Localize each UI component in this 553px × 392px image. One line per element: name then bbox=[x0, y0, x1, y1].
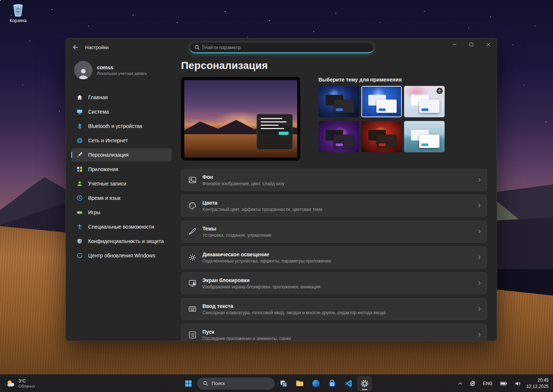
weather-widget[interactable]: 3°C Облачно bbox=[2, 375, 39, 392]
avatar bbox=[74, 61, 93, 79]
user-account-type: Локальная учетная запись bbox=[97, 71, 147, 76]
lock-screen-icon bbox=[188, 279, 197, 288]
settings-app-button[interactable] bbox=[357, 376, 372, 391]
themes-section: Выберите тему для применения bbox=[319, 77, 445, 161]
settings-row-dynamic-lighting[interactable]: Динамическое освещениеПодключенные устро… bbox=[181, 246, 487, 268]
weather-icon bbox=[6, 379, 15, 388]
theme-thumbnail-1[interactable] bbox=[319, 86, 359, 117]
background-image-icon bbox=[188, 176, 197, 184]
no-internet-globe-icon bbox=[470, 381, 476, 386]
settings-row-lock-screen[interactable]: Экран блокировкиИзображения экрана блоки… bbox=[181, 272, 487, 294]
accessibility-icon bbox=[76, 223, 83, 230]
theme-thumbnail-2-selected[interactable] bbox=[361, 86, 402, 117]
apps-grid-icon bbox=[76, 166, 83, 173]
sidebar-item-time-language[interactable]: Время и язык bbox=[71, 191, 172, 205]
sidebar: comss Локальная учетная запись Главная С… bbox=[66, 56, 181, 341]
sidebar-item-accessibility[interactable]: Специальные возможности bbox=[71, 220, 172, 233]
sidebar-item-gaming[interactable]: Игры bbox=[71, 206, 172, 219]
settings-row-start[interactable]: ПускПоследние приложения и элементы, пап… bbox=[181, 324, 487, 341]
taskbar-search-label: Поиск bbox=[212, 381, 225, 386]
sidebar-item-windows-update[interactable]: Центр обновления Windows bbox=[71, 249, 172, 262]
volume-button[interactable] bbox=[513, 379, 522, 388]
system-tray: ENG 20:45 12.12.2025 bbox=[456, 375, 549, 392]
recycle-bin[interactable]: Корзина bbox=[4, 3, 32, 23]
task-view-icon bbox=[279, 379, 288, 388]
network-globe-icon bbox=[76, 137, 83, 144]
file-explorer-button[interactable] bbox=[292, 376, 307, 391]
settings-row-text-input[interactable]: Ввод текстаСенсорная клавиатура, голосов… bbox=[181, 298, 487, 320]
chevron-right-icon: › bbox=[478, 201, 481, 211]
tray-time: 20:45 bbox=[526, 377, 549, 383]
taskbar-center: Поиск bbox=[181, 375, 372, 392]
page-title: Персонализация bbox=[181, 60, 487, 72]
start-button[interactable] bbox=[181, 376, 196, 391]
chevron-right-icon: › bbox=[478, 330, 481, 340]
hidden-icons-button[interactable] bbox=[456, 380, 464, 387]
battery-icon bbox=[500, 381, 507, 386]
chevron-right-icon: › bbox=[478, 227, 481, 236]
settings-row-background[interactable]: ФонФоновое изображение, цвет, слайд-шоу … bbox=[181, 169, 487, 191]
recycle-bin-icon bbox=[11, 3, 25, 17]
theme-thumbnail-5[interactable] bbox=[361, 121, 402, 152]
themes-brush-icon bbox=[188, 227, 197, 236]
sidebar-item-bluetooth[interactable]: Bluetooth и устройства bbox=[71, 119, 172, 133]
theme-thumbnail-6[interactable] bbox=[404, 121, 445, 152]
theme-thumbnail-4[interactable] bbox=[319, 121, 359, 152]
edge-browser-button[interactable] bbox=[309, 376, 323, 391]
store-icon bbox=[328, 379, 337, 388]
edge-icon bbox=[312, 379, 320, 388]
sidebar-item-apps[interactable]: Приложения bbox=[71, 163, 172, 176]
settings-search-box[interactable] bbox=[189, 42, 374, 53]
network-status-button[interactable] bbox=[468, 379, 477, 388]
bluetooth-icon bbox=[76, 122, 83, 130]
text-caret bbox=[203, 45, 203, 50]
back-button[interactable] bbox=[69, 41, 82, 53]
show-desktop-button[interactable] bbox=[551, 378, 553, 389]
wallpaper-stars bbox=[0, 0, 1, 1]
windows-logo-icon bbox=[184, 379, 192, 388]
speaker-icon bbox=[515, 381, 521, 386]
sidebar-item-privacy[interactable]: Конфиденциальность и защита bbox=[71, 235, 172, 248]
desktop: Корзина Настройки bbox=[0, 0, 553, 392]
sidebar-item-accounts[interactable]: Учетные записи bbox=[71, 177, 172, 190]
task-view-button[interactable] bbox=[276, 376, 291, 391]
keyboard-icon bbox=[188, 305, 197, 313]
settings-window: Настройки bbox=[66, 38, 497, 341]
user-account[interactable]: comss Локальная учетная запись bbox=[71, 59, 172, 81]
window-body: comss Локальная учетная запись Главная С… bbox=[66, 56, 497, 341]
accounts-person-icon bbox=[76, 180, 83, 187]
taskbar: 3°C Облачно Поиск bbox=[0, 374, 553, 392]
sidebar-item-home[interactable]: Главная bbox=[71, 91, 172, 104]
sidebar-item-network[interactable]: Сеть и Интернет bbox=[71, 134, 172, 147]
vscode-button[interactable] bbox=[341, 376, 356, 391]
gamepad-icon bbox=[76, 209, 83, 216]
themes-heading: Выберите тему для применения bbox=[319, 77, 445, 83]
sidebar-item-system[interactable]: Система bbox=[71, 105, 172, 118]
caption-buttons bbox=[446, 38, 497, 50]
minimize-button[interactable] bbox=[446, 38, 463, 50]
shield-icon bbox=[76, 237, 83, 245]
settings-row-colors[interactable]: ЦветаКонтрастный цвет, эффекты прозрачно… bbox=[181, 195, 487, 217]
contrast-theme-badge-icon bbox=[437, 88, 443, 94]
hero-section: Выберите тему для применения bbox=[181, 77, 487, 161]
weather-condition: Облачно bbox=[18, 384, 35, 388]
folder-icon bbox=[295, 379, 304, 388]
user-name: comss bbox=[97, 65, 147, 70]
theme-thumbnail-3[interactable] bbox=[404, 86, 445, 117]
close-icon bbox=[486, 42, 490, 46]
page-content: Персонализация bbox=[181, 56, 497, 341]
sidebar-item-personalization[interactable]: Персонализация bbox=[71, 148, 172, 162]
microsoft-store-button[interactable] bbox=[325, 376, 340, 391]
gear-icon bbox=[360, 379, 369, 388]
language-indicator[interactable]: ENG bbox=[481, 379, 494, 388]
search-icon bbox=[203, 381, 208, 386]
maximize-button[interactable] bbox=[463, 38, 480, 50]
close-button[interactable] bbox=[480, 38, 497, 50]
settings-search-input[interactable] bbox=[204, 45, 369, 50]
battery-button[interactable] bbox=[498, 380, 509, 387]
clock-icon bbox=[76, 194, 83, 202]
settings-row-themes[interactable]: ТемыУстановка, создание, управление › bbox=[181, 221, 487, 243]
clock[interactable]: 20:45 12.12.2025 bbox=[526, 377, 549, 389]
taskbar-search-box[interactable]: Поиск bbox=[197, 378, 275, 389]
dynamic-lighting-icon bbox=[188, 253, 197, 262]
